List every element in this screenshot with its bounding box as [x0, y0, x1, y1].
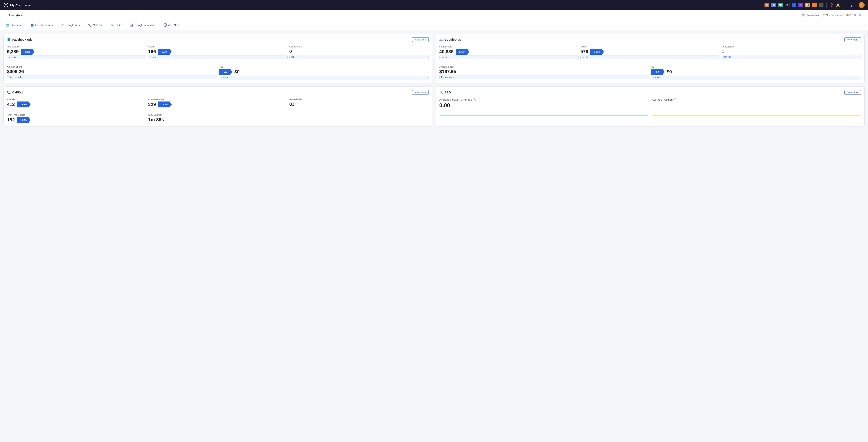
fb-roi-badge: 0 Sales: [219, 76, 429, 79]
google-ads-view-more[interactable]: View More: [844, 37, 861, 42]
google-ads-title-text: Google Ads: [444, 38, 461, 41]
fb-conversions-metric: Conversions 0 $0: [289, 45, 429, 59]
fb-amount-spent-badge: For a month: [7, 75, 217, 79]
google-ads-metrics-top: Impressions 40,836 1.41% $0.27 Clicks 57…: [439, 45, 861, 59]
analytics-icon: [3, 13, 7, 17]
cr-answered-calls-value: 329: [148, 102, 156, 107]
tab-seo[interactable]: 🔍 SEO: [107, 21, 126, 30]
seo-card: 🔍 SEO View More Average Position Changes…: [436, 87, 865, 127]
cr-answered-calls-metric: Answered Calls 329 25.2%: [148, 98, 287, 107]
main-content: 📘 Facebook Ads View More Impressions 9,3…: [0, 30, 868, 130]
ga-amount-spent-metric: Amount Spent $167.95 For a month: [439, 65, 649, 79]
callrail-metrics-bottom: First Time Callers 182 44.2% Avg. Durati…: [7, 113, 429, 123]
cr-first-time-metric: First Time Callers 182 44.2%: [7, 113, 146, 123]
close-date-icon[interactable]: ✕: [854, 14, 856, 17]
tab-next-arrow[interactable]: ›: [862, 20, 866, 30]
icon-plus[interactable]: +: [819, 3, 824, 7]
cr-avg-duration-row: 1m 36s: [148, 117, 429, 123]
cr-missed-calls-row: 83: [289, 101, 429, 107]
help-icon[interactable]: ❓: [830, 3, 834, 7]
settings-icon[interactable]: ⚙: [859, 14, 861, 17]
ga-conversions-row: 1: [722, 49, 861, 54]
icon-6[interactable]: ✈: [799, 3, 803, 7]
tab-callrail-label: CallRail: [93, 24, 102, 27]
google-ads-title: Google Ads: [439, 38, 461, 41]
seo-avg-position-changes-label: Average Position Changes i: [439, 98, 648, 101]
fb-conversions-value: 0: [289, 49, 292, 54]
cr-avg-duration-metric: Avg. Duration 1m 36s: [148, 113, 429, 123]
tab-facebook-ads[interactable]: 📘 Facebook Ads: [26, 21, 57, 30]
fb-roi-arrow: 0X: [219, 69, 232, 75]
cr-all-calls-arrow: 79.9%: [17, 101, 31, 107]
seo-view-more[interactable]: View More: [844, 90, 861, 95]
seo-icon: 🔍: [439, 91, 443, 94]
fb-amount-spent-metric: Amount Spent $306.26 For a month: [7, 65, 217, 79]
avatar[interactable]: A: [859, 2, 865, 8]
seo-lines: [439, 111, 861, 115]
tab-overview-icon: 🌐: [6, 24, 9, 27]
fb-clicks-arrow: 0.0%: [158, 49, 172, 55]
fb-amount-spent-label: Amount Spent: [7, 65, 217, 68]
icon-7[interactable]: 📊: [805, 3, 810, 7]
seo-avg-position-label: Average Position i: [652, 98, 861, 101]
seo-green-line: [439, 115, 648, 115]
tab-google-ads[interactable]: Google Ads: [57, 21, 84, 30]
notification-icon[interactable]: 🔔: [836, 3, 840, 7]
callrail-title: 📞 CallRail: [7, 91, 23, 94]
fb-impressions-row: 9,389 1.8%: [7, 49, 146, 55]
fb-impressions-arrow: 1.8%: [21, 49, 34, 55]
svg-rect-3: [6, 14, 6, 17]
topbar-icons: ⚙ 📋 💬 🖥 🌐 ✈ 📊 🔶 + ❓ 🔔 ⋮⋮⋮ A: [765, 2, 865, 8]
seo-avg-pos-text: Average Position: [652, 98, 673, 101]
ga-impressions-row: 40,836 1.41%: [439, 49, 579, 55]
tab-google-ads-label: Google Ads: [66, 24, 80, 27]
ga-impressions-metric: Impressions 40,836 1.41% $0.27: [439, 45, 579, 59]
svg-point-0: [4, 3, 8, 7]
fb-clicks-value: 166: [148, 49, 156, 55]
tab-google-analytics[interactable]: 📊 Google Analytics: [126, 21, 159, 30]
info-icon[interactable]: ℹ: [864, 14, 865, 17]
date-range: November 3, 2021 - December 3, 2021: [807, 14, 851, 17]
icon-3[interactable]: 💬: [778, 3, 783, 7]
ga-clicks-label: Clicks: [580, 45, 720, 48]
ga-conversions-cost: $11.20: [722, 55, 861, 59]
cr-answered-calls-row: 329 25.2%: [148, 101, 287, 107]
tab-overview[interactable]: 🌐 Overview: [2, 21, 26, 30]
fb-roi-row: 0X $0: [219, 69, 429, 75]
callrail-card: 📞 CallRail View More All Calls 412 79.9%…: [3, 87, 432, 127]
tab-seo-icon: 🔍: [111, 24, 114, 27]
calendar-icon: 📅: [802, 14, 805, 17]
fb-divider: [7, 63, 429, 63]
icon-2[interactable]: 📋: [771, 3, 776, 7]
ga-clicks-cost: $0.02: [580, 56, 720, 59]
seo-avg-pos-changes-info[interactable]: i: [473, 98, 476, 101]
seo-avg-position-changes-value: 0.00: [439, 102, 648, 109]
tab-facebook-ads-icon: 📘: [31, 24, 34, 27]
tab-add-new[interactable]: + Add New: [159, 20, 184, 30]
seo-avg-pos-info[interactable]: i: [674, 98, 677, 101]
fb-clicks-metric: Clicks 166 0.0% $1.84: [148, 45, 287, 59]
cr-answered-calls-arrow: 25.2%: [158, 101, 172, 107]
icon-1[interactable]: ⚙: [765, 3, 769, 7]
tab-google-ads-icon: [61, 24, 64, 27]
subheader: Analytics 📅 November 3, 2021 - December …: [0, 10, 868, 20]
icon-5[interactable]: 🌐: [792, 3, 796, 7]
ga-clicks-value: 576: [580, 49, 588, 55]
fb-roi-value: $0: [235, 69, 240, 75]
tab-callrail-icon: 📞: [88, 24, 92, 27]
fb-conversions-label: Conversions: [289, 45, 429, 48]
cr-all-calls-value: 412: [7, 102, 15, 107]
facebook-ads-header: 📘 Facebook Ads View More: [7, 37, 429, 42]
icon-4[interactable]: 🖥: [785, 3, 789, 7]
callrail-metrics-top: All Calls 412 79.9% Answered Calls 329 2…: [7, 98, 429, 107]
cr-avg-duration-label: Avg. Duration: [148, 113, 429, 116]
grid-icon[interactable]: ⋮⋮⋮: [846, 3, 857, 7]
icon-8[interactable]: 🔶: [812, 3, 817, 7]
seo-avg-pos-changes-text: Average Position Changes: [439, 98, 472, 101]
ga-divider: [439, 63, 861, 63]
facebook-ads-view-more[interactable]: View More: [412, 37, 429, 42]
callrail-view-more[interactable]: View More: [412, 90, 429, 95]
cr-all-calls-metric: All Calls 412 79.9%: [7, 98, 146, 107]
ga-roi-badge: 1 Sales: [651, 76, 861, 79]
tab-callrail[interactable]: 📞 CallRail: [84, 21, 107, 30]
